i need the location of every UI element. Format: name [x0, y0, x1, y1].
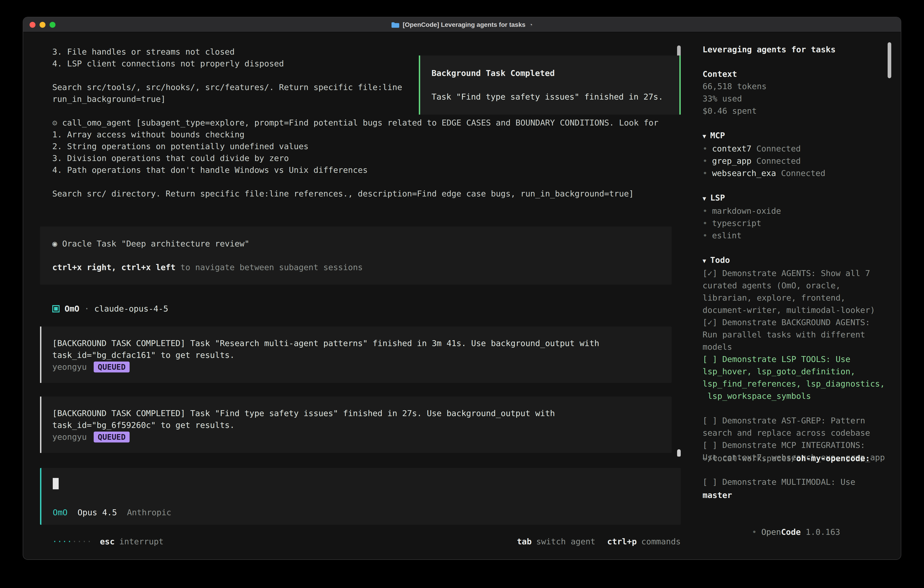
session-title: Leveraging agents for tasks	[703, 43, 890, 56]
traffic-lights	[23, 21, 56, 28]
commands-label: commands	[641, 536, 681, 548]
tool-call-tail: Search src/ directory. Return specific f…	[23, 188, 693, 200]
oracle-task-title: Oracle Task "Deep architecture review"	[62, 239, 249, 248]
lsp-heading-label: LSP	[710, 193, 725, 202]
close-button[interactable]	[30, 21, 35, 28]
navigation-hint: ctrl+x right, ctrl+x left to navigate be…	[52, 261, 659, 273]
active-agent-label[interactable]: OmO	[53, 507, 68, 519]
blank-line	[703, 117, 890, 129]
tool-call-item: 1. Array access without bounds checking	[23, 129, 693, 140]
tool-call-item: 3. Division operations that could divide…	[23, 152, 693, 164]
oracle-task-title-line: ◉ Oracle Task "Deep architecture review"	[52, 238, 659, 249]
app-version-footer: •OpenCode 1.0.163	[703, 514, 840, 550]
message-line: task_id="bg_6f59260c" to get results.	[52, 419, 661, 431]
chat-main: 3. File handles or streams not closed 4.…	[23, 32, 693, 560]
blank-line	[703, 56, 890, 68]
space	[57, 118, 62, 127]
context-tokens: 66,518 tokens	[703, 80, 890, 92]
mcp-heading-label: MCP	[710, 130, 725, 140]
lsp-section-heading[interactable]: ▼LSP	[703, 192, 890, 205]
agent-header: OmO · claude-opus-4-5	[52, 303, 693, 315]
bullet-icon: •	[703, 218, 708, 228]
esc-label: interrupt	[119, 536, 163, 548]
message-footer: yeongyu QUEUED	[52, 361, 661, 373]
hint-text: to navigate between subagent sessions	[175, 263, 363, 272]
tool-call-line: ⚙ call_omo_agent [subagent_type=explore,…	[23, 117, 693, 129]
blank-line	[52, 249, 659, 261]
bullet-icon: •	[703, 168, 708, 178]
toast-title: Background Task Completed	[432, 67, 668, 79]
git-branch: master	[703, 489, 870, 501]
app-name-bold: Code	[781, 527, 801, 537]
todo-heading-label: Todo	[710, 255, 730, 265]
zoom-button[interactable]	[50, 21, 56, 28]
mcp-section-heading[interactable]: ▼MCP	[703, 129, 890, 142]
todo-item: [✓] Demonstrate BACKGROUND AGENTS: Run p…	[703, 316, 890, 353]
agent-square-icon	[52, 305, 59, 312]
lsp-item: •markdown-oxide	[703, 205, 890, 217]
input-line	[53, 478, 669, 492]
bullet-icon: •	[703, 156, 708, 165]
folder-icon	[391, 21, 399, 28]
prompt-input[interactable]: OmO Opus 4.5 Anthropic	[40, 468, 681, 525]
mcp-item: •context7 Connected	[703, 142, 890, 155]
esc-key-hint: esc	[100, 536, 115, 548]
scrollbar-thumb[interactable]	[888, 42, 891, 78]
message-line: task_id="bg_dcfac161" to get results.	[52, 349, 661, 361]
bullet-icon: •	[752, 527, 757, 537]
record-icon: ◉	[52, 239, 57, 248]
tab-key-hint: tab	[517, 536, 531, 548]
todo-section-heading[interactable]: ▼Todo	[703, 254, 890, 267]
oracle-task-panel[interactable]: ◉ Oracle Task "Deep architecture review"…	[40, 226, 672, 285]
path-prefix: ~/local-workspaces/	[703, 453, 796, 463]
minimize-button[interactable]	[40, 21, 46, 28]
workspace-path: ~/local-workspaces/oh-my-opencode: maste…	[703, 428, 870, 526]
space	[801, 527, 806, 537]
hint-keys: ctrl+x right, ctrl+x left	[52, 263, 175, 272]
lsp-name: markdown-oxide	[712, 206, 781, 216]
background-task-toast: Background Task Completed Task "Find typ…	[419, 56, 681, 115]
app-version: 1.0.163	[806, 527, 840, 537]
app-name-dim: Open	[761, 527, 781, 537]
workspace-path-line: ~/local-workspaces/oh-my-opencode:	[703, 452, 870, 464]
scrollbar-thumb[interactable]	[677, 449, 681, 457]
blank-line	[703, 179, 890, 192]
window-title: [OpenCode] Leveraging agents for tasks ◔	[23, 21, 901, 28]
tool-call-text: call_omo_agent [subagent_type=explore, p…	[62, 118, 658, 127]
context-used: 33% used	[703, 92, 890, 105]
space	[57, 239, 62, 248]
status-badge: QUEUED	[94, 362, 130, 372]
mcp-name: grep_app	[712, 156, 751, 165]
titlebar[interactable]: [OpenCode] Leveraging agents for tasks ◔	[23, 17, 901, 32]
mcp-item: •websearch_exa Connected	[703, 167, 890, 179]
desktop: [OpenCode] Leveraging agents for tasks ◔…	[0, 0, 924, 588]
conversation-scroll-area[interactable]: 3. File handles or streams not closed 4.…	[23, 32, 693, 457]
gear-icon: ⚙	[52, 118, 57, 127]
mcp-name: websearch_exa	[712, 168, 776, 178]
spinner-dots-active: ····	[52, 536, 72, 548]
mcp-status: Connected	[781, 168, 825, 178]
background-task-message[interactable]: [BACKGROUND TASK COMPLETED] Task "Resear…	[40, 327, 672, 383]
repo-name: oh-my-opencode:	[796, 453, 870, 463]
tool-call-item: 2. String operations on potentially unde…	[23, 140, 693, 152]
spinner-dots-dim: ····	[72, 536, 92, 548]
blank-line	[703, 241, 890, 254]
lsp-item: •typescript	[703, 217, 890, 229]
mcp-status: Connected	[756, 156, 801, 165]
session-timer-icon: ◔	[529, 21, 533, 28]
toast-body: Task "Find type safety issues" finished …	[432, 91, 668, 103]
background-task-message[interactable]: [BACKGROUND TASK COMPLETED] Task "Find t…	[40, 396, 672, 453]
lsp-name: typescript	[712, 218, 761, 228]
app-window: [OpenCode] Leveraging agents for tasks ◔…	[23, 17, 901, 560]
message-user: yeongyu	[52, 361, 87, 373]
agent-model: claude-opus-4-5	[94, 303, 168, 315]
chevron-down-icon: ▼	[703, 133, 706, 140]
status-badge: QUEUED	[94, 431, 130, 443]
lsp-name: eslint	[712, 231, 742, 240]
lsp-item: •eslint	[703, 229, 890, 241]
agent-name: OmO	[64, 303, 79, 315]
model-label: Opus 4.5	[78, 507, 117, 519]
input-meta: OmO Opus 4.5 Anthropic	[53, 507, 669, 519]
session-sidebar[interactable]: Leveraging agents for tasks Context 66,5…	[693, 32, 901, 560]
text-cursor-block	[53, 478, 59, 489]
